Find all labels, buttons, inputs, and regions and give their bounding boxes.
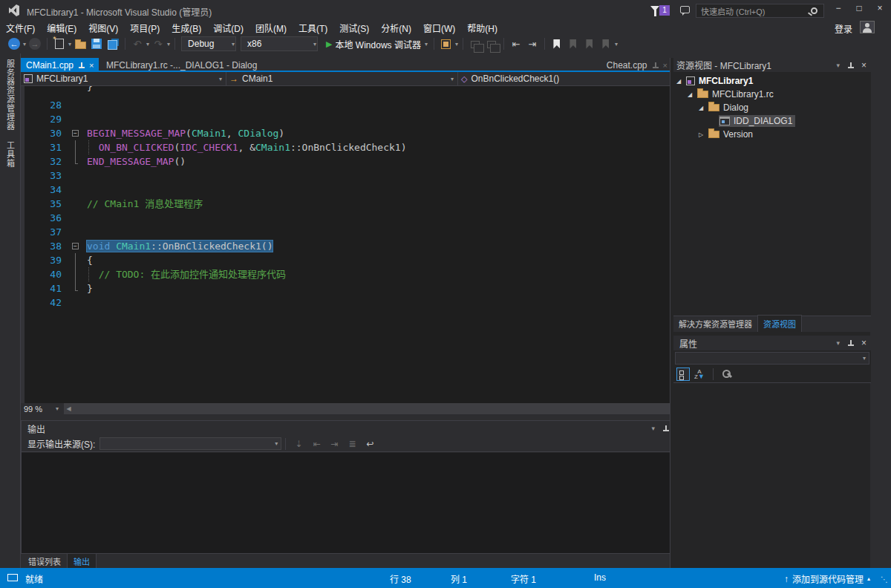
menu-item-6[interactable]: 团队(M) xyxy=(249,22,293,34)
new-file-dropdown-icon[interactable]: ▾ xyxy=(68,41,71,48)
sign-in-link[interactable]: 登录 xyxy=(835,22,852,35)
solution-platform-select[interactable]: x86▾ xyxy=(241,36,318,51)
notification-badge[interactable]: 1 xyxy=(659,5,670,16)
code-line-37[interactable]: 37 xyxy=(25,225,676,239)
tab-cmain1-cpp[interactable]: CMain1.cpp × xyxy=(21,58,99,72)
word-wrap-icon[interactable]: ↩ xyxy=(367,439,374,449)
find-in-files-button[interactable] xyxy=(469,36,482,52)
tree-item-dialog[interactable]: ◢Dialog xyxy=(673,101,871,114)
next-message-icon[interactable]: ⇥ xyxy=(330,439,338,449)
minimize-button[interactable]: − xyxy=(829,0,848,16)
search-icon[interactable] xyxy=(811,7,817,14)
menu-item-7[interactable]: 工具(T) xyxy=(293,22,333,34)
window-position-dropdown-icon[interactable]: ▾ xyxy=(836,62,840,69)
line-number[interactable]: 39 xyxy=(25,253,62,267)
navigate-back-button[interactable]: ← xyxy=(7,36,21,52)
line-number[interactable]: 41 xyxy=(25,281,62,295)
menu-item-3[interactable]: 项目(P) xyxy=(124,22,166,34)
code-line-41[interactable]: 41} xyxy=(25,281,676,295)
menu-item-11[interactable]: 帮助(H) xyxy=(461,22,503,34)
quick-launch-box[interactable]: 快速启动 (Ctrl+Q) xyxy=(696,4,824,18)
tree-expanded-icon[interactable]: ◢ xyxy=(676,78,685,85)
output-content[interactable] xyxy=(22,453,686,553)
menu-item-9[interactable]: 分析(N) xyxy=(375,22,417,34)
menu-item-4[interactable]: 生成(B) xyxy=(166,22,207,34)
alphabetical-sort-icon[interactable]: AZ▼ xyxy=(694,369,705,379)
bottom-tab-0[interactable]: 错误列表 xyxy=(22,554,67,569)
tree-item-idd-dialog1[interactable]: IDD_DIALOG1 xyxy=(673,114,871,128)
properties-header[interactable]: 属性 ▾ × xyxy=(673,336,871,350)
code-area[interactable]: } 282930−BEGIN_MESSAGE_MAP(CMain1, CDial… xyxy=(25,86,676,403)
tree-item-mfclibrary1[interactable]: ◢MFCLibrary1 xyxy=(673,74,871,88)
navigate-forward-button[interactable]: → xyxy=(28,36,42,52)
next-bookmark-button[interactable] xyxy=(583,36,596,52)
horizontal-scrollbar[interactable]: ◀ ▶ xyxy=(64,403,687,414)
output-source-select[interactable]: ▾ xyxy=(99,437,281,450)
toolbar-overflow-icon[interactable]: ▾ xyxy=(455,41,458,48)
tab-cheat-cpp[interactable]: Cheat.cpp × xyxy=(601,58,673,72)
pin-icon[interactable] xyxy=(848,340,854,347)
code-line-39[interactable]: 39{ xyxy=(25,253,676,267)
tab-mfclibrary1-rc-dialog[interactable]: MFCLibrary1.rc -..._DIALOG1 - Dialog xyxy=(101,58,262,72)
start-debugging-button[interactable]: ▶ 本地 Windows 调试器 ▾ xyxy=(326,36,428,52)
window-position-dropdown-icon[interactable]: ▾ xyxy=(836,339,840,347)
fold-margin[interactable]: − xyxy=(62,239,85,253)
clear-bookmarks-button[interactable] xyxy=(599,36,613,52)
scroll-left-icon[interactable]: ◀ xyxy=(64,403,74,414)
tree-expanded-icon[interactable]: ◢ xyxy=(688,91,696,98)
property-pages-wrench-icon[interactable] xyxy=(722,369,732,379)
code-line-36[interactable]: 36 xyxy=(25,211,676,225)
copy-button[interactable] xyxy=(485,36,498,52)
code-line-30[interactable]: 30−BEGIN_MESSAGE_MAP(CMain1, CDialog) xyxy=(25,126,676,140)
save-button[interactable] xyxy=(90,36,103,52)
open-file-button[interactable] xyxy=(74,36,87,52)
code-line-32[interactable]: 32END_MESSAGE_MAP() xyxy=(25,154,676,169)
line-number[interactable]: 33 xyxy=(25,169,62,183)
undo-dropdown-icon[interactable]: ▾ xyxy=(146,41,149,48)
menu-item-0[interactable]: 文件(F) xyxy=(0,22,41,34)
redo-button[interactable]: ↷ xyxy=(151,36,165,52)
line-number[interactable]: 36 xyxy=(25,211,62,225)
line-number[interactable]: 38 xyxy=(25,239,62,253)
line-number[interactable]: 31 xyxy=(25,140,62,154)
close-icon[interactable]: × xyxy=(861,60,866,71)
tree-item-body[interactable]: MFCLibrary1.rc xyxy=(696,88,777,100)
new-file-button[interactable] xyxy=(53,36,66,52)
add-to-source-control-button[interactable]: ↑ 添加到源代码管理 ▴ xyxy=(784,572,870,585)
code-editor[interactable]: } 282930−BEGIN_MESSAGE_MAP(CMain1, CDial… xyxy=(21,86,687,403)
resource-view-header[interactable]: 资源视图 - MFCLibrary1 ▾ × xyxy=(673,58,871,72)
close-button[interactable]: × xyxy=(870,0,890,16)
pin-icon[interactable] xyxy=(79,62,85,68)
clear-all-icon[interactable]: ≣ xyxy=(349,439,356,449)
project-dropdown[interactable]: MFCLibrary1 ▾ xyxy=(21,72,226,85)
solution-configuration-select[interactable]: Debug▾ xyxy=(181,36,236,51)
categorized-icon[interactable] xyxy=(676,368,690,381)
code-line-33[interactable]: 33 xyxy=(25,169,676,183)
output-panel-header[interactable]: 输出 ▾ × xyxy=(22,421,686,436)
decrease-indent-button[interactable]: ⇤ xyxy=(509,36,523,52)
tree-item-mfclibrary1-rc[interactable]: ◢MFCLibrary1.rc xyxy=(673,88,871,101)
code-line-28[interactable]: 28 xyxy=(25,98,676,112)
menu-item-10[interactable]: 窗口(W) xyxy=(417,22,461,34)
redo-dropdown-icon[interactable]: ▾ xyxy=(167,41,170,48)
previous-message-icon[interactable]: ⇤ xyxy=(313,439,320,449)
feedback-icon[interactable] xyxy=(680,6,690,13)
pin-icon[interactable] xyxy=(848,62,854,69)
close-icon[interactable]: × xyxy=(663,61,668,70)
code-line-40[interactable]: 40 // TODO: 在此添加控件通知处理程序代码 xyxy=(25,267,676,281)
tree-item-body[interactable]: MFCLibrary1 xyxy=(685,75,756,87)
menu-item-2[interactable]: 视图(V) xyxy=(82,22,124,34)
tree-item-version[interactable]: ▷Version xyxy=(673,128,871,141)
solution-explorer-button[interactable] xyxy=(440,36,453,52)
menu-item-8[interactable]: 测试(S) xyxy=(333,22,375,34)
increase-indent-button[interactable]: ⇥ xyxy=(526,36,539,52)
line-number[interactable]: 37 xyxy=(25,225,62,239)
menu-item-5[interactable]: 调试(D) xyxy=(207,22,249,34)
zoom-select[interactable]: 99 % ▾ xyxy=(21,403,62,414)
line-number[interactable]: 35 xyxy=(25,197,62,211)
find-message-icon[interactable]: ⇣ xyxy=(295,439,302,449)
right-panel-tab-0[interactable]: 解决方案资源管理器 xyxy=(673,316,757,332)
line-number[interactable]: 28 xyxy=(25,98,62,112)
bottom-tab-1[interactable]: 输出 xyxy=(67,554,97,569)
line-number[interactable]: 32 xyxy=(25,154,62,169)
